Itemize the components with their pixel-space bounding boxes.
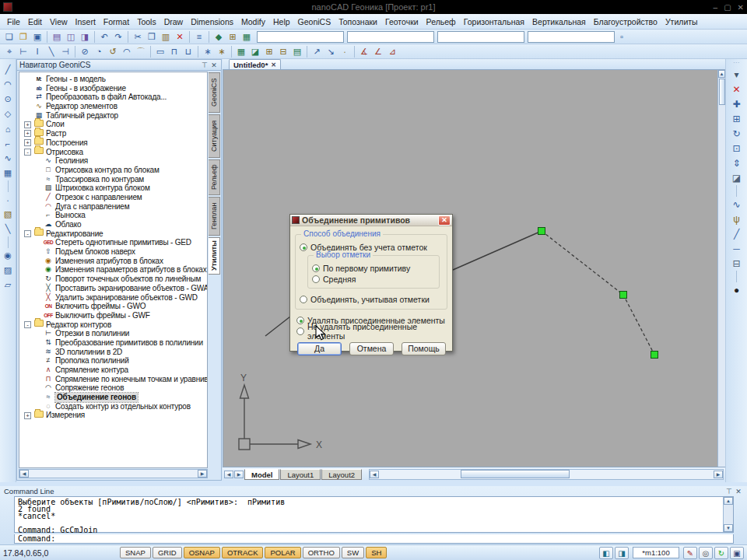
text-icon[interactable]: I	[30, 45, 44, 58]
tree-item[interactable]: -Редактор контуров	[23, 320, 207, 330]
radio-by-first-primitive[interactable]: По первому примитиву	[312, 263, 435, 274]
paste-icon[interactable]: ▥	[159, 30, 173, 44]
radio-icon[interactable]	[296, 317, 304, 324]
open-icon[interactable]: ❐	[16, 30, 30, 44]
expand-icon[interactable]: +	[24, 412, 31, 419]
regen-icon[interactable]: ↻	[714, 547, 728, 559]
curve-icon[interactable]: ⌒	[134, 45, 148, 58]
layout-tab-layout2[interactable]: Layout2	[321, 469, 362, 480]
tree-item[interactable]: +Измерения	[23, 411, 207, 420]
tree-item[interactable]: M:Геоны - в модель	[23, 75, 207, 84]
spline-icon[interactable]: ∿	[1, 151, 15, 166]
expand-icon[interactable]: +	[24, 121, 31, 128]
tab-scroll-left-icon[interactable]: ◀	[224, 471, 233, 478]
grip-vertices[interactable]	[538, 228, 658, 359]
tree-item[interactable]: +Слои	[23, 120, 207, 129]
window-maximize-button[interactable]: ▢	[724, 3, 731, 12]
snap-point-icon[interactable]: ⌖	[2, 45, 16, 58]
vector-ne-icon[interactable]: ↗	[310, 45, 324, 58]
frame-del-icon[interactable]: ⊟	[276, 45, 290, 58]
tree-item[interactable]: ∧Спрямление контура	[23, 366, 207, 375]
model-space-icon[interactable]: ◧	[599, 547, 613, 559]
extend-icon[interactable]: ╱	[728, 226, 745, 241]
toggle-polar[interactable]: POLAR	[265, 547, 300, 558]
toggle-sw[interactable]: SW	[342, 547, 364, 558]
menu-item[interactable]: Рельеф	[423, 16, 460, 28]
grip-vertex[interactable]	[651, 352, 658, 359]
tree-item[interactable]: ⇄Преобразовать в файл Автокада...	[23, 93, 207, 102]
expand-icon[interactable]: +	[24, 130, 31, 137]
close-icon[interactable]: ✕	[734, 488, 743, 495]
tree-item[interactable]: ╳Проставить экранирование объектов - GWA	[23, 284, 207, 293]
tree-item[interactable]: ONВключить фреймы - GWO	[23, 302, 207, 311]
tree-item[interactable]: ╱Отрезок с направлением	[23, 193, 207, 202]
menu-item[interactable]: Insert	[72, 16, 100, 28]
image-icon[interactable]: ▧	[1, 207, 15, 222]
tree-item[interactable]: -Отрисовка	[23, 148, 207, 157]
window-close-button[interactable]: ✕	[738, 3, 744, 12]
zoom-status-icon[interactable]: ◎	[699, 547, 713, 559]
radio-average[interactable]: Средняя	[312, 274, 435, 285]
menu-item[interactable]: Горизонтальная	[460, 16, 528, 28]
document-close-icon[interactable]: ✕	[271, 61, 276, 68]
tree-item[interactable]: ⊢Отрезки в полилинии	[23, 329, 207, 338]
radio-join-with-marks[interactable]: Объединять, учитывая отметки	[300, 294, 443, 305]
grid-table-icon[interactable]: ▦	[234, 45, 248, 58]
toolbar-combo-field[interactable]	[347, 31, 434, 43]
wipeout-icon[interactable]: ▱	[1, 278, 15, 292]
tree-item[interactable]: ⌐Выноска	[23, 211, 207, 220]
arc-icon[interactable]: ◠	[120, 45, 134, 58]
array-icon[interactable]: ⊟	[728, 256, 745, 271]
offset-icon[interactable]: ─	[728, 241, 745, 256]
erase-icon[interactable]: ✕	[173, 30, 187, 44]
pin-icon[interactable]: ⊤	[200, 61, 209, 69]
document-tab[interactable]: Untitled0* ✕	[229, 59, 281, 69]
bracket-open-icon[interactable]: ⊓	[167, 45, 181, 58]
tree-item[interactable]: +Построения	[23, 138, 207, 148]
tree-item[interactable]: +Растр	[23, 129, 207, 138]
tree-item[interactable]: ∿Геолиния	[23, 156, 207, 166]
frame-add-icon[interactable]: ⊞	[262, 45, 276, 58]
redo-icon[interactable]: ↷	[111, 30, 125, 44]
scale-field[interactable]: *m1:100	[633, 547, 679, 558]
fillet-icon[interactable]: ◪	[728, 170, 745, 185]
menu-item[interactable]: View	[46, 16, 72, 28]
angle2-icon[interactable]: ∠	[371, 45, 385, 58]
toggle-snap[interactable]: SNAP	[120, 547, 151, 558]
menu-item[interactable]: Tools	[133, 16, 160, 28]
slope-icon[interactable]: ╲	[44, 45, 58, 58]
star-point2-icon[interactable]: ∗	[215, 45, 229, 58]
sheet-corner-icon[interactable]: ◪	[248, 45, 262, 58]
tree-item[interactable]: ☁Облако	[23, 220, 207, 229]
tree-item[interactable]: ◠Сопряжение геонов	[23, 383, 207, 393]
collapse-icon[interactable]: -	[24, 321, 31, 328]
pin-icon[interactable]: ⊤	[724, 488, 734, 495]
scroll-right-icon[interactable]: ▶	[198, 470, 207, 478]
menu-item[interactable]: File	[3, 16, 24, 28]
project-icon[interactable]: ⊞	[226, 30, 240, 44]
new-icon[interactable]: ❏	[2, 30, 16, 44]
toggle-grid[interactable]: GRID	[153, 547, 182, 558]
toggle-sh[interactable]: SH	[366, 547, 387, 558]
tab-scroll-right-icon[interactable]: ▶	[234, 471, 244, 478]
bracket-close-icon[interactable]: ⊔	[181, 45, 195, 58]
yes-button[interactable]: Да	[297, 342, 342, 355]
menu-item[interactable]: Вертикальная	[528, 16, 590, 28]
radio-icon[interactable]	[300, 243, 307, 251]
command-input[interactable]: Command:	[14, 534, 734, 544]
clock-icon[interactable]: ◔	[92, 45, 106, 58]
side-tab-5[interactable]: Утилиты	[209, 237, 220, 275]
menu-item[interactable]: Dimensions	[187, 16, 237, 28]
radio-icon[interactable]	[312, 275, 320, 283]
dialog-title-bar[interactable]: Объединение примитивов ✕	[290, 215, 452, 226]
table-icon[interactable]: ▦	[240, 30, 254, 44]
toolbar-combo-field[interactable]	[257, 31, 344, 43]
rotate-ccw-icon[interactable]: ↺	[106, 45, 120, 58]
radio-icon[interactable]	[312, 264, 320, 272]
collapse-icon[interactable]: -	[24, 230, 31, 237]
menu-item[interactable]: Благоустройство	[590, 16, 661, 28]
copy-icon[interactable]: ❒	[145, 30, 159, 44]
scroll-left-icon[interactable]: ◀	[370, 471, 379, 478]
tree-item[interactable]: ≋3D полилинии в 2D	[23, 348, 207, 357]
tree-item[interactable]: ▨Штриховка контура блоком	[23, 184, 207, 193]
